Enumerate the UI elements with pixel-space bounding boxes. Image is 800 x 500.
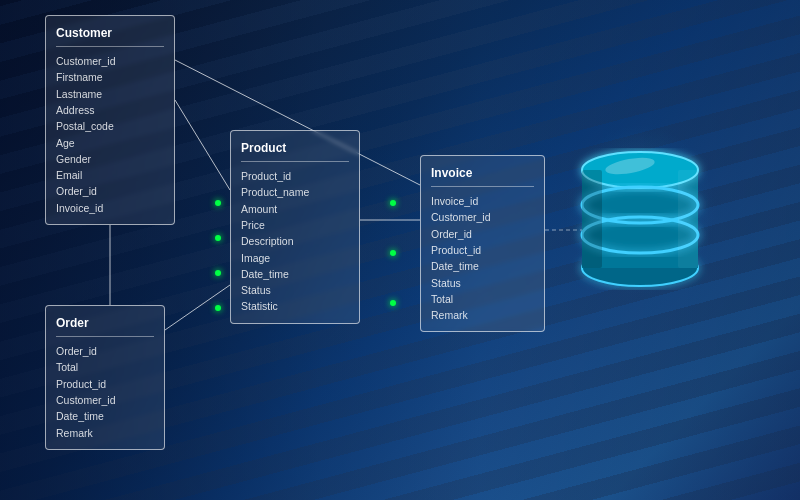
product-field-4: Price [241,217,349,233]
product-table: Product Product_id Product_name Amount P… [230,130,360,324]
product-table-title: Product [241,139,349,162]
order-field-3: Product_id [56,376,154,392]
customer-field-3: Lastname [56,86,164,102]
product-field-7: Date_time [241,266,349,282]
customer-field-4: Address [56,102,164,118]
customer-table-title: Customer [56,24,164,47]
product-field-5: Description [241,233,349,249]
svg-line-4 [165,285,230,330]
product-field-3: Amount [241,201,349,217]
customer-table: Customer Customer_id Firstname Lastname … [45,15,175,225]
product-field-1: Product_id [241,168,349,184]
invoice-field-4: Product_id [431,242,534,258]
product-field-9: Statistic [241,298,349,314]
customer-field-5: Postal_code [56,118,164,134]
invoice-table-title: Invoice [431,164,534,187]
svg-line-0 [175,100,230,190]
order-field-6: Remark [56,425,154,441]
invoice-field-2: Customer_id [431,209,534,225]
invoice-table: Invoice Invoice_id Customer_id Order_id … [420,155,545,332]
product-field-2: Product_name [241,184,349,200]
customer-field-2: Firstname [56,69,164,85]
svg-rect-13 [678,170,698,268]
product-field-8: Status [241,282,349,298]
product-field-6: Image [241,250,349,266]
database-icon [560,120,720,300]
customer-field-6: Age [56,135,164,151]
customer-field-7: Gender [56,151,164,167]
svg-rect-12 [582,170,602,268]
order-table: Order Order_id Total Product_id Customer… [45,305,165,450]
invoice-field-1: Invoice_id [431,193,534,209]
customer-field-9: Order_id [56,183,164,199]
invoice-field-5: Date_time [431,258,534,274]
order-field-5: Date_time [56,408,154,424]
customer-field-8: Email [56,167,164,183]
customer-field-1: Customer_id [56,53,164,69]
order-table-title: Order [56,314,154,337]
customer-field-10: Invoice_id [56,200,164,216]
invoice-field-3: Order_id [431,226,534,242]
invoice-field-8: Remark [431,307,534,323]
invoice-field-6: Status [431,275,534,291]
diagram-content: Customer Customer_id Firstname Lastname … [0,0,800,500]
order-field-4: Customer_id [56,392,154,408]
order-field-1: Order_id [56,343,154,359]
invoice-field-7: Total [431,291,534,307]
order-field-2: Total [56,359,154,375]
